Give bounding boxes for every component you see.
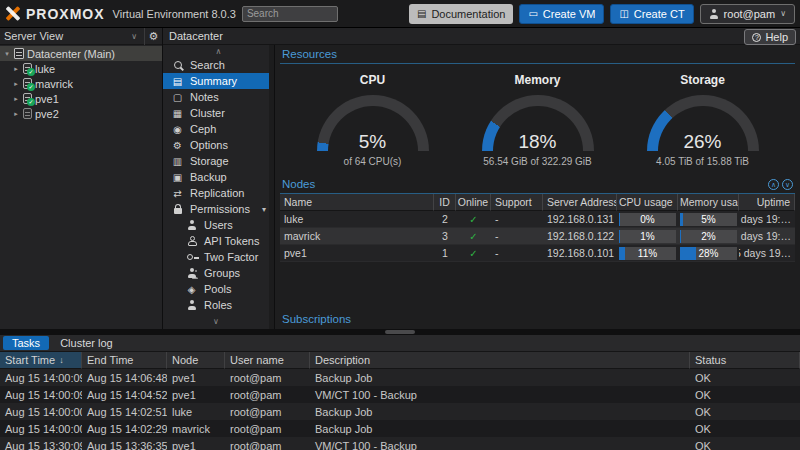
subscriptions-section-header: Subscriptions (280, 310, 795, 329)
tree-expand-icon[interactable]: ▸ (12, 65, 20, 73)
task-start: Aug 15 13:30:09 (0, 437, 82, 450)
menu-scrollbar[interactable] (269, 45, 274, 329)
help-button[interactable]: ? Help (744, 29, 796, 45)
node-row-pve1[interactable]: pve1 1 ✓ - 192.168.0.101 11% 28% 35 days… (280, 245, 795, 262)
create-ct-label: Create CT (634, 8, 685, 20)
task-description: Backup Job (310, 403, 690, 420)
menu-label: Notes (190, 91, 219, 103)
col-server-address[interactable]: Server Address (543, 194, 617, 211)
documentation-button[interactable]: ▤ Documentation (409, 4, 513, 24)
menu-label: Permissions (190, 203, 250, 215)
memory-usage-bar: 5% (680, 213, 737, 226)
menu-item-cluster[interactable]: ▦ Cluster (163, 105, 274, 121)
create-ct-button[interactable]: ◫ Create CT (610, 4, 693, 24)
node-name: mavrick (280, 228, 434, 245)
tree-item-datacenter[interactable]: ▾ Datacenter (Main) (0, 46, 162, 61)
menu-item-two-factor[interactable]: Two Factor (163, 249, 274, 265)
node-uptime: 2 days 19:… (739, 211, 795, 228)
memory-usage-bar: 2% (680, 230, 737, 243)
tab-cluster-log[interactable]: Cluster log (51, 336, 122, 350)
task-user: root@pam (225, 420, 310, 437)
node-support: - (491, 245, 543, 262)
view-mode-select[interactable]: Server View ∨ (0, 28, 144, 45)
menu-item-summary[interactable]: ▤ Summary (163, 73, 274, 89)
col-uptime[interactable]: Uptime (739, 194, 795, 211)
datacenter-icon (14, 48, 24, 59)
splitter-handle[interactable] (385, 330, 415, 334)
tree-settings-button[interactable]: ⚙ (144, 28, 162, 45)
collapse-down-icon[interactable]: ∨ (782, 179, 793, 190)
caret-down-icon: ∨ (780, 9, 786, 18)
user-icon (187, 220, 197, 230)
menu-scroll-up[interactable]: ∧ (163, 47, 274, 57)
menu-item-ceph[interactable]: ◉ Ceph (163, 121, 274, 137)
storage-detail: 4.05 TiB of 15.88 TiB (656, 156, 749, 167)
notes-icon: ▢ (171, 92, 184, 103)
user-menu-button[interactable]: root@pam ∨ (700, 4, 795, 24)
menu-item-backup[interactable]: ▣ Backup (163, 169, 274, 185)
task-row[interactable]: Aug 15 14:00:09 Aug 15 14:04:52 pve1 roo… (0, 386, 800, 403)
node-row-luke[interactable]: luke 2 ✓ - 192.168.0.131 0% 5% 2 days 19… (280, 211, 795, 228)
task-row[interactable]: Aug 15 14:00:09 Aug 15 14:06:48 pve1 roo… (0, 369, 800, 386)
task-node: luke (167, 403, 225, 420)
menu-item-roles[interactable]: Roles (163, 297, 274, 313)
tree-item-mavrick[interactable]: ▸ mavrick (0, 76, 162, 91)
node-address: 192.168.0.122 (543, 228, 617, 245)
pools-icon: ◈ (185, 284, 198, 295)
menu-label: Summary (190, 75, 237, 87)
tree-item-pve2[interactable]: ▸ pve2 (0, 106, 162, 121)
task-end: Aug 15 14:02:51 (82, 403, 167, 420)
col-description[interactable]: Description (310, 352, 690, 369)
col-start-time[interactable]: Start Time ↓ (0, 352, 82, 369)
menu-item-notes[interactable]: ▢ Notes (163, 89, 274, 105)
tasks-tabs: Tasks Cluster log (0, 335, 800, 352)
subscriptions-title: Subscriptions (282, 313, 351, 325)
resources-section-header: Resources (280, 45, 795, 64)
summary-icon: ▤ (171, 76, 184, 87)
menu-item-options[interactable]: ⚙ Options (163, 137, 274, 153)
menu-item-replication[interactable]: ⇄ Replication (163, 185, 274, 201)
task-row[interactable]: Aug 15 14:00:00 Aug 15 14:02:29 mavrick … (0, 420, 800, 437)
col-id[interactable]: ID (434, 194, 456, 211)
menu-item-search[interactable]: Search (163, 57, 274, 73)
menu-item-storage[interactable]: ▥ Storage (163, 153, 274, 169)
memory-gauge: 18% (482, 95, 594, 151)
menu-item-groups[interactable]: Groups (163, 265, 274, 281)
collapse-up-icon[interactable]: ∧ (768, 179, 779, 190)
col-end-time[interactable]: End Time (82, 352, 167, 369)
expand-arrow-icon: ▾ (262, 205, 266, 214)
node-row-mavrick[interactable]: mavrick 3 ✓ - 192.168.0.122 1% 2% 2 days… (280, 228, 795, 245)
node-id: 1 (434, 245, 456, 262)
proxmox-logo-icon (5, 6, 20, 21)
global-search-input[interactable] (242, 6, 338, 22)
node-name: luke (280, 211, 434, 228)
col-name[interactable]: Name (280, 194, 434, 211)
col-online[interactable]: Online (456, 194, 491, 211)
tree-item-luke[interactable]: ▸ luke (0, 61, 162, 76)
menu-item-permissions[interactable]: Permissions ▾ (163, 201, 274, 217)
create-vm-button[interactable]: ▭ Create VM (519, 4, 604, 24)
task-row[interactable]: Aug 15 14:00:00 Aug 15 14:02:51 luke roo… (0, 403, 800, 420)
task-status: OK (690, 403, 800, 420)
col-status[interactable]: Status (690, 352, 800, 369)
col-user-name[interactable]: User name (225, 352, 310, 369)
tree-item-pve1[interactable]: ▸ pve1 (0, 91, 162, 106)
col-memory-usage[interactable]: Memory usage (678, 194, 739, 211)
menu-item-users[interactable]: Users (163, 217, 274, 233)
col-support[interactable]: Support (491, 194, 543, 211)
node-support: - (491, 211, 543, 228)
user-icon (709, 9, 719, 19)
tree-expand-icon[interactable]: ▸ (12, 110, 20, 118)
tab-tasks[interactable]: Tasks (3, 336, 49, 350)
menu-scroll-down[interactable]: ∨ (163, 317, 269, 327)
tree-expand-icon[interactable]: ▸ (12, 80, 20, 88)
cpu-gauge: 5% (317, 95, 429, 151)
menu-item-api-tokens[interactable]: API Tokens (163, 233, 274, 249)
col-cpu-usage[interactable]: CPU usage (617, 194, 678, 211)
task-row[interactable]: Aug 15 13:30:09 Aug 15 13:36:35 pve1 roo… (0, 437, 800, 450)
chevron-down-icon: ∨ (213, 317, 219, 326)
tree-expand-icon[interactable]: ▸ (12, 95, 20, 103)
menu-item-pools[interactable]: ◈ Pools (163, 281, 274, 297)
node-support: - (491, 228, 543, 245)
col-node[interactable]: Node (167, 352, 225, 369)
